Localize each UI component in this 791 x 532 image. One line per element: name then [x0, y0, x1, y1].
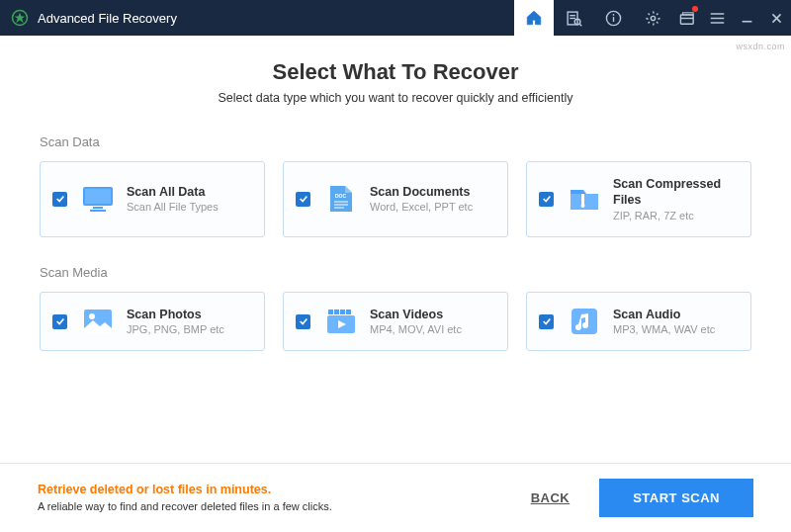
titlebar: Advanced File Recovery [0, 0, 791, 36]
minimize-icon [741, 12, 753, 25]
section-label-media: Scan Media [40, 265, 751, 280]
page-subtitle: Select data type which you want to recov… [40, 91, 751, 105]
card-desc: MP4, MOV, AVI etc [370, 322, 462, 336]
app-title: Advanced File Recovery [38, 11, 177, 26]
card-title: Scan Audio [613, 307, 715, 322]
nav-tabs [514, 0, 672, 36]
check-icon [299, 194, 308, 204]
svg-rect-10 [680, 14, 693, 23]
document-icon: DOC [324, 184, 358, 214]
card-scan-photos[interactable]: Scan Photos JPG, PNG, BMP etc [40, 292, 265, 352]
svg-point-8 [612, 14, 614, 16]
card-title: Scan Photos [127, 307, 224, 322]
svg-rect-35 [340, 310, 345, 314]
video-icon [324, 307, 358, 336]
tab-scan[interactable] [554, 0, 593, 36]
close-button[interactable] [761, 0, 791, 36]
notifications-button[interactable] [672, 0, 702, 36]
tab-home[interactable] [514, 0, 554, 36]
card-scan-documents[interactable]: DOC Scan Documents Word, Excel, PPT etc [283, 161, 508, 237]
section-label-data: Scan Data [40, 134, 751, 149]
menu-button[interactable] [702, 0, 732, 36]
photo-icon [81, 307, 115, 336]
svg-point-31 [89, 313, 95, 319]
watermark: wsxdn.com [736, 42, 785, 51]
minimize-button[interactable] [732, 0, 761, 36]
svg-rect-22 [90, 210, 106, 212]
checkbox-photos[interactable] [52, 314, 67, 329]
svg-rect-37 [571, 309, 597, 334]
check-icon [55, 316, 65, 326]
footer-desc: A reliable way to find and recover delet… [38, 499, 332, 514]
card-desc: ZIP, RAR, 7Z etc [613, 209, 739, 222]
gear-icon [645, 10, 661, 27]
footer: Retrieve deleted or lost files in minute… [0, 463, 791, 532]
check-icon [299, 316, 308, 326]
checkbox-audio[interactable] [539, 314, 554, 329]
card-desc: JPG, PNG, BMP etc [127, 322, 224, 336]
tab-settings[interactable] [633, 0, 672, 36]
card-title: Scan All Data [127, 184, 219, 200]
card-scan-audio[interactable]: Scan Audio MP3, WMA, WAV etc [526, 292, 751, 352]
row-scan-data: Scan All Data Scan All File Types DOC Sc… [40, 161, 751, 237]
tab-info[interactable] [593, 0, 633, 36]
audio-icon [568, 307, 601, 336]
svg-rect-28 [581, 194, 584, 205]
svg-rect-33 [328, 310, 333, 314]
start-scan-button[interactable]: START SCAN [599, 479, 753, 517]
check-icon [542, 316, 552, 326]
monitor-icon [81, 184, 115, 214]
app-logo-icon [10, 8, 30, 28]
home-icon [525, 9, 543, 27]
card-desc: Scan All File Types [127, 200, 219, 214]
card-title: Scan Compressed Files [613, 176, 739, 209]
svg-rect-36 [346, 310, 351, 314]
card-scan-all-data[interactable]: Scan All Data Scan All File Types [40, 161, 265, 237]
card-desc: Word, Excel, PPT etc [370, 200, 473, 214]
page-title: Select What To Recover [40, 59, 751, 85]
hamburger-icon [710, 12, 725, 25]
scan-list-icon [566, 10, 582, 27]
svg-rect-20 [85, 189, 111, 204]
footer-title: Retrieve deleted or lost files in minute… [38, 482, 332, 499]
checkbox-videos[interactable] [296, 314, 310, 329]
svg-rect-21 [93, 207, 103, 209]
card-scan-compressed[interactable]: Scan Compressed Files ZIP, RAR, 7Z etc [526, 161, 751, 237]
card-desc: MP3, WMA, WAV etc [613, 322, 715, 336]
notification-badge [692, 6, 698, 12]
svg-text:DOC: DOC [335, 193, 347, 199]
footer-message: Retrieve deleted or lost files in minute… [38, 482, 332, 514]
card-title: Scan Documents [370, 184, 473, 200]
back-button[interactable]: BACK [531, 490, 571, 505]
card-title: Scan Videos [370, 307, 462, 322]
svg-line-5 [579, 24, 581, 26]
check-icon [542, 194, 552, 204]
svg-point-9 [651, 16, 655, 20]
row-scan-media: Scan Photos JPG, PNG, BMP etc Scan Video… [40, 292, 751, 352]
card-stack-icon [679, 11, 696, 26]
window-controls [672, 0, 791, 36]
main-content: Select What To Recover Select data type … [0, 36, 791, 351]
card-scan-videos[interactable]: Scan Videos MP4, MOV, AVI etc [283, 292, 508, 352]
footer-actions: BACK START SCAN [531, 479, 753, 517]
checkbox-documents[interactable] [296, 192, 310, 207]
checkbox-all-data[interactable] [52, 192, 67, 207]
svg-rect-34 [334, 310, 339, 314]
svg-rect-12 [682, 12, 693, 14]
checkbox-compressed[interactable] [539, 192, 554, 207]
close-icon [770, 12, 783, 25]
svg-point-29 [581, 204, 585, 208]
archive-icon [568, 184, 601, 214]
info-icon [605, 10, 622, 27]
check-icon [55, 194, 65, 204]
